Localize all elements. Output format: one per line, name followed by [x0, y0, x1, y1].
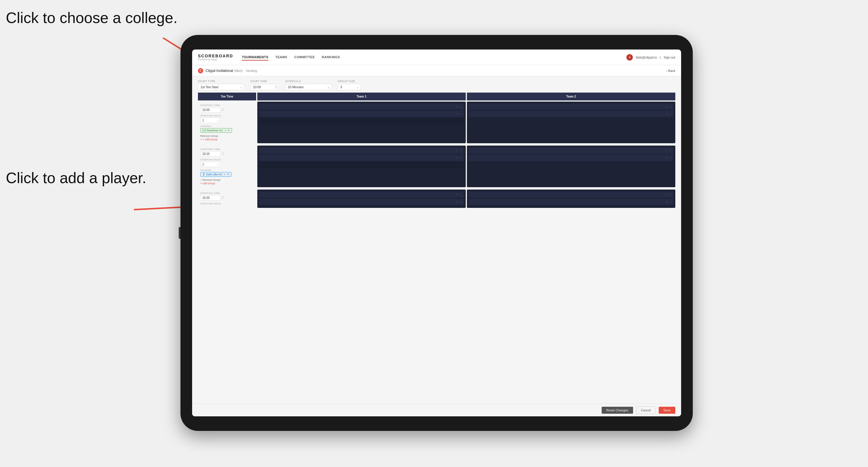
- starting-hole-label-1: STARTING HOLE:: [200, 115, 254, 117]
- p3-x-1[interactable]: ✕: [456, 193, 458, 196]
- intervals-select-wrap: 10 Minutes: [285, 84, 332, 90]
- player-chevron-icon-2[interactable]: ⌄: [459, 113, 462, 115]
- user-avatar: B: [626, 54, 633, 61]
- group-3-row: STARTING TIME: ⓘ STARTING HOLE: ✕ ⌄: [198, 190, 675, 208]
- p3-ch-1[interactable]: ⌄: [459, 193, 462, 196]
- starting-time-label-2: STARTING TIME:: [200, 148, 254, 151]
- p2-ch-1[interactable]: ⌄: [459, 149, 462, 152]
- player-row-3-t1-2[interactable]: ✕ ⌄: [259, 198, 464, 205]
- course-row-2: 🏌 East Lake GC ✕ ✎: [200, 172, 254, 177]
- remove-group-1[interactable]: Remove Group: [200, 134, 254, 137]
- player-row-1-t2-1[interactable]: ✕ ⌄: [469, 103, 674, 110]
- course-edit-2[interactable]: ✎: [227, 173, 229, 176]
- starting-hole-select-wrap-1: 1: [200, 118, 221, 123]
- player-x-icon-t2-2[interactable]: ✕: [665, 113, 668, 115]
- starting-hole-row-2: 1: [200, 162, 254, 167]
- group-size-select[interactable]: 3: [338, 84, 361, 90]
- p3-t2-x-1[interactable]: ✕: [665, 193, 668, 196]
- p2-ch-2[interactable]: ⌄: [459, 156, 462, 159]
- clippd-logo: C: [198, 68, 203, 73]
- remove-group-2[interactable]: ○ Remove Group: [200, 179, 254, 181]
- content-area: Start Type 1st Tee Start Start Time ⓘ: [192, 76, 681, 416]
- player-row-2-t1-1[interactable]: ✕ ⌄: [259, 147, 464, 154]
- player-row-1-t2-2[interactable]: ✕ ⌄: [469, 111, 674, 117]
- course-edit-1[interactable]: ✎: [228, 129, 230, 132]
- player-chevron-icon-t2-1[interactable]: ⌄: [669, 105, 671, 108]
- start-time-group: Start Time ⓘ: [250, 80, 279, 90]
- cancel-button[interactable]: Cancel: [636, 406, 656, 414]
- p3-t2-ch-2[interactable]: ⌄: [669, 200, 671, 203]
- starting-hole-select-2[interactable]: 1: [200, 162, 221, 167]
- p2-t2-x-1[interactable]: ✕: [665, 149, 668, 152]
- p3-t2-ch-1[interactable]: ⌄: [669, 193, 671, 196]
- p2-x-1[interactable]: ✕: [456, 149, 458, 152]
- nav-tournaments[interactable]: TOURNAMENTS: [242, 54, 268, 61]
- navbar-brand: SCOREBOARD Powered by clippd: [198, 54, 233, 61]
- add-group-1[interactable]: + + Add Group: [200, 138, 254, 141]
- player-row-2-t2-1[interactable]: ✕ ⌄: [469, 147, 674, 154]
- tablet-screen: SCOREBOARD Powered by clippd TOURNAMENTS…: [192, 50, 681, 416]
- starting-time-input-2[interactable]: [200, 151, 221, 157]
- p2-t2-ch-1[interactable]: ⌄: [669, 149, 671, 152]
- player-x-icon-2[interactable]: ✕: [456, 113, 458, 115]
- breadcrumb-gender: (Men): [234, 69, 243, 72]
- reset-changes-button[interactable]: Reset Changes: [602, 407, 633, 414]
- settings-bar: Start Type 1st Tee Start Start Time ⓘ: [192, 76, 681, 93]
- team2-players-group3: ✕ ⌄ ✕ ⌄: [467, 190, 675, 208]
- player-row-3-t2-1[interactable]: ✕ ⌄: [469, 191, 674, 198]
- player-chevron-icon-t2-2[interactable]: ⌄: [669, 113, 671, 115]
- team2-players-group2: ✕ ⌄ ✕ ⌄: [467, 146, 675, 187]
- nav-committee[interactable]: COMMITTEE: [294, 54, 315, 61]
- sign-out-link[interactable]: Sign out: [664, 56, 675, 59]
- p2-t2-x-2[interactable]: ✕: [665, 156, 668, 159]
- tablet: SCOREBOARD Powered by clippd TOURNAMENTS…: [181, 35, 693, 431]
- starting-hole-row-1: 1: [200, 118, 254, 123]
- start-type-select[interactable]: 1st Tee Start: [198, 84, 245, 90]
- group-size-label: Group Size: [338, 80, 361, 83]
- time-info-icon-2: ⓘ: [222, 152, 224, 156]
- navbar-right: B blair@clippd.io | Sign out: [626, 54, 675, 61]
- course-tag-1[interactable]: (A) Peachtree GC ✕ ✎: [200, 128, 232, 133]
- navbar-nav: TOURNAMENTS TEAMS COMMITTEE RANKINGS: [242, 54, 626, 61]
- p3-ch-2[interactable]: ⌄: [459, 200, 462, 203]
- player-x-icon[interactable]: ✕: [456, 105, 458, 108]
- player-x-icon-t2-1[interactable]: ✕: [665, 105, 668, 108]
- add-player-team1-group1[interactable]: [259, 118, 464, 124]
- course-tag-2[interactable]: 🏌 East Lake GC ✕ ✎: [200, 172, 231, 177]
- player-chevron-icon[interactable]: ⌄: [459, 105, 462, 108]
- back-button[interactable]: ‹ Back: [666, 69, 675, 72]
- player-row-1-t1-1[interactable]: ✕ ⌄: [259, 103, 464, 110]
- course-label-1: COURSE:: [200, 125, 254, 127]
- intervals-select[interactable]: 10 Minutes: [285, 84, 332, 90]
- breadcrumb-title[interactable]: Clippd Invitational: [206, 69, 233, 73]
- add-group-2[interactable]: + Add Group: [200, 182, 254, 185]
- player-row-3-t1-1[interactable]: ✕ ⌄: [259, 191, 464, 198]
- add-player-team1-group2[interactable]: [259, 162, 464, 168]
- starting-time-input-1[interactable]: [200, 107, 221, 113]
- group-size-select-wrap: 3: [338, 84, 361, 90]
- player-row-2-t1-2[interactable]: ✕ ⌄: [259, 155, 464, 161]
- p2-t2-ch-2[interactable]: ⌄: [669, 156, 671, 159]
- starting-time-input-3[interactable]: [200, 195, 221, 200]
- nav-teams[interactable]: TEAMS: [275, 54, 287, 61]
- player-row-3-t2-2[interactable]: ✕ ⌄: [469, 198, 674, 205]
- player-row-1-t1-2[interactable]: ✕ ⌄: [259, 111, 464, 117]
- time-info-icon-3: ⓘ: [222, 196, 224, 200]
- course-row-1: (A) Peachtree GC ✕ ✎: [200, 128, 254, 133]
- course-remove-2[interactable]: ✕: [224, 173, 226, 176]
- p3-x-2[interactable]: ✕: [456, 200, 458, 203]
- p3-t2-x-2[interactable]: ✕: [665, 200, 668, 203]
- starting-hole-select-1[interactable]: 1: [200, 118, 221, 123]
- p2-x-2[interactable]: ✕: [456, 156, 458, 159]
- start-time-input-wrap: ⓘ: [250, 84, 279, 90]
- group-actions-1: Remove Group + + Add Group: [200, 134, 254, 141]
- nav-rankings[interactable]: RANKINGS: [322, 54, 340, 61]
- col-team1: Team 1: [257, 93, 466, 100]
- save-button[interactable]: Save: [659, 407, 675, 414]
- intervals-group: Intervals 10 Minutes: [285, 80, 332, 90]
- team1-players-group3: ✕ ⌄ ✕ ⌄: [257, 190, 466, 208]
- player-row-2-t2-2[interactable]: ✕ ⌄: [469, 155, 674, 161]
- course-remove-1[interactable]: ✕: [224, 129, 226, 132]
- starting-time-label-3: STARTING TIME:: [200, 192, 254, 194]
- annotation-player: Click to add a player.: [6, 169, 147, 187]
